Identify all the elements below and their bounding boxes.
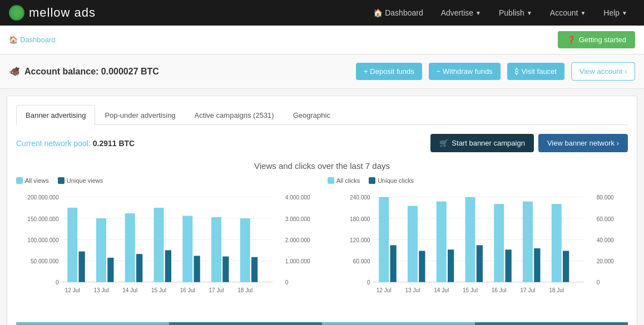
svg-text:0: 0 bbox=[56, 279, 59, 286]
navbar: mellow ads 🏠 Dashboard Advertise ▼ Publi… bbox=[0, 0, 644, 26]
bar-unique-clicks-1 bbox=[390, 245, 397, 282]
bar-all-views-3 bbox=[125, 213, 135, 282]
unique-clicks-legend: Unique clicks bbox=[369, 177, 414, 184]
start-banner-campaign-button[interactable]: 🛒 Start banner campaign bbox=[430, 134, 534, 152]
deposit-button[interactable]: + Deposit funds bbox=[356, 63, 422, 80]
account-bar: 🐗 Account balance: 0.000027 BTC + Deposi… bbox=[0, 54, 644, 89]
svg-text:80.000: 80.000 bbox=[597, 194, 614, 201]
question-icon: ❓ bbox=[567, 36, 576, 44]
chevron-down-icon: ▼ bbox=[527, 10, 532, 16]
breadcrumb[interactable]: 🏠 Dashboard bbox=[9, 36, 56, 44]
views-chart-svg: 200.000.000 150.000.000 100.000.000 50.0… bbox=[16, 188, 316, 313]
withdraw-button[interactable]: − Withdraw funds bbox=[429, 63, 501, 80]
tabs: Banner advertising Pop-under advertising… bbox=[16, 105, 628, 125]
home-icon: 🏠 bbox=[9, 36, 18, 44]
unique-clicks-color bbox=[369, 177, 375, 184]
bar-unique-views-6 bbox=[222, 257, 229, 282]
svg-text:4.000.000: 4.000.000 bbox=[285, 194, 310, 201]
bar-unique-views-3 bbox=[136, 254, 142, 282]
getting-started-button[interactable]: ❓ Getting started bbox=[558, 31, 635, 48]
views-legend: All views Unique views bbox=[16, 177, 316, 184]
svg-text:17 Jul: 17 Jul bbox=[209, 287, 224, 293]
bar-all-views-4 bbox=[154, 208, 164, 282]
piggy-icon: 🐗 bbox=[9, 66, 20, 77]
tab-active-campaigns[interactable]: Active campaigns (2531) bbox=[185, 105, 284, 125]
svg-text:15 Jul: 15 Jul bbox=[463, 287, 478, 293]
nav-publish[interactable]: Publish ▼ bbox=[491, 2, 540, 24]
bar-unique-views-5 bbox=[194, 256, 200, 282]
bar-all-clicks-4 bbox=[465, 197, 475, 282]
network-pool-link[interactable]: Current network pool: bbox=[16, 139, 93, 148]
svg-text:50.000.000: 50.000.000 bbox=[31, 258, 59, 264]
nav-advertise[interactable]: Advertise ▼ bbox=[433, 2, 489, 24]
svg-text:100.000.000: 100.000.000 bbox=[27, 237, 59, 243]
brand: mellow ads bbox=[9, 5, 96, 21]
svg-text:120.000: 120.000 bbox=[350, 237, 370, 243]
bar-all-views-5 bbox=[182, 216, 192, 282]
bar-unique-clicks-6 bbox=[534, 248, 540, 282]
bar-all-clicks-7 bbox=[552, 204, 562, 282]
stats-row: 1.077.113.619 All views 13.685.442 Uniqu… bbox=[16, 322, 628, 325]
svg-text:200.000.000: 200.000.000 bbox=[27, 194, 59, 201]
unique-views-color bbox=[58, 177, 65, 184]
nav-help[interactable]: Help ▼ bbox=[596, 2, 635, 24]
svg-text:15 Jul: 15 Jul bbox=[151, 287, 166, 293]
bar-all-views-1 bbox=[67, 208, 77, 282]
svg-text:12 Jul: 12 Jul bbox=[65, 287, 80, 293]
svg-text:14 Jul: 14 Jul bbox=[434, 287, 449, 293]
all-clicks-legend: All clicks bbox=[328, 177, 360, 184]
tab-geographic[interactable]: Geographic bbox=[284, 105, 340, 125]
svg-text:18 Jul: 18 Jul bbox=[549, 287, 564, 293]
network-buttons: 🛒 Start banner campaign View banner netw… bbox=[430, 134, 628, 152]
svg-text:13 Jul: 13 Jul bbox=[94, 287, 109, 293]
main-content: Banner advertising Pop-under advertising… bbox=[7, 96, 637, 325]
svg-text:0: 0 bbox=[285, 279, 289, 286]
all-views-legend: All views bbox=[16, 177, 49, 184]
views-chart-panel: All views Unique views 200.000.000 150.0… bbox=[16, 177, 316, 313]
clicks-chart-panel: All clicks Unique clicks 240.000 180.000… bbox=[328, 177, 628, 313]
svg-text:2.000.000: 2.000.000 bbox=[285, 237, 310, 243]
svg-text:12 Jul: 12 Jul bbox=[377, 287, 392, 293]
svg-text:0: 0 bbox=[597, 279, 600, 286]
svg-point-1 bbox=[14, 11, 19, 15]
chevron-down-icon: ▼ bbox=[580, 10, 586, 16]
faucet-button[interactable]: ₿ Visit faucet bbox=[507, 63, 564, 80]
brand-logo bbox=[9, 5, 24, 21]
chart-title: Views and clicks over the last 7 days bbox=[16, 161, 628, 171]
svg-text:16 Jul: 16 Jul bbox=[492, 287, 507, 293]
nav-items: 🏠 Dashboard Advertise ▼ Publish ▼ Accoun… bbox=[365, 2, 635, 24]
bar-unique-clicks-3 bbox=[448, 249, 454, 282]
tab-banner-advertising[interactable]: Banner advertising bbox=[16, 105, 95, 125]
svg-text:18 Jul: 18 Jul bbox=[237, 287, 252, 293]
tab-popunder-advertising[interactable]: Pop-under advertising bbox=[95, 105, 185, 125]
nav-dashboard[interactable]: 🏠 Dashboard bbox=[365, 2, 431, 24]
breadcrumb-bar: 🏠 Dashboard ❓ Getting started bbox=[0, 26, 644, 54]
bar-all-views-6 bbox=[211, 217, 221, 282]
stat-unique-clicks: 372.977 Unique clicks bbox=[475, 322, 628, 325]
view-banner-network-button[interactable]: View banner network › bbox=[538, 134, 628, 152]
charts-container: All views Unique views 200.000.000 150.0… bbox=[16, 177, 628, 313]
svg-text:14 Jul: 14 Jul bbox=[122, 287, 137, 293]
bar-all-views-2 bbox=[96, 218, 106, 282]
view-account-button[interactable]: View account › bbox=[571, 62, 635, 81]
svg-text:180.000: 180.000 bbox=[350, 216, 370, 222]
clicks-chart: 240.000 180.000 120.000 60.000 0 80.000 … bbox=[328, 188, 628, 313]
bar-all-clicks-3 bbox=[437, 202, 447, 282]
stat-all-clicks: 1.587.888 All clicks bbox=[322, 322, 475, 325]
svg-text:17 Jul: 17 Jul bbox=[521, 287, 536, 293]
unique-views-legend: Unique views bbox=[58, 177, 103, 184]
svg-text:60.000: 60.000 bbox=[597, 216, 614, 222]
bar-unique-clicks-4 bbox=[477, 245, 483, 282]
svg-text:40.000: 40.000 bbox=[597, 237, 614, 243]
bar-unique-views-1 bbox=[79, 252, 85, 282]
nav-account[interactable]: Account ▼ bbox=[542, 2, 594, 24]
bitcoin-icon: ₿ bbox=[515, 67, 519, 76]
stat-unique-views: 13.685.442 Unique views bbox=[169, 322, 322, 325]
svg-text:3.000.000: 3.000.000 bbox=[285, 216, 310, 222]
bar-all-clicks-5 bbox=[494, 204, 504, 282]
chevron-down-icon: ▼ bbox=[475, 10, 481, 16]
bar-unique-clicks-2 bbox=[419, 251, 425, 282]
bar-all-clicks-6 bbox=[523, 202, 533, 282]
bar-unique-clicks-7 bbox=[563, 251, 569, 282]
chevron-down-icon: ▼ bbox=[622, 10, 627, 16]
